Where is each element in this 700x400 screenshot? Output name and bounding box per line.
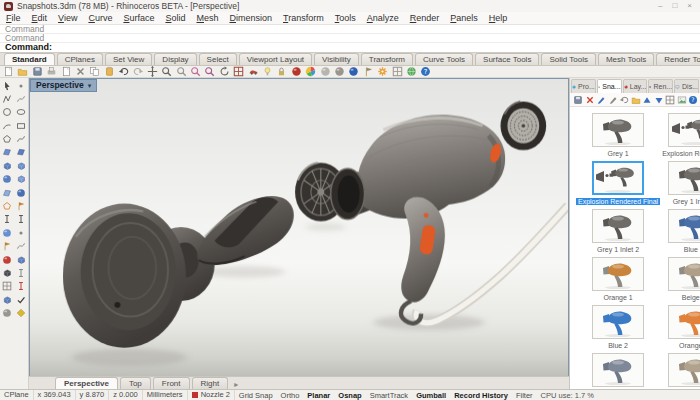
- rectangle-icon[interactable]: [16, 120, 27, 131]
- orient-icon[interactable]: [2, 241, 13, 252]
- zoom-selected-icon[interactable]: [190, 66, 201, 77]
- sphere-grey-icon[interactable]: [2, 308, 13, 319]
- toolbar-tab-cplanes[interactable]: CPlanes: [57, 53, 103, 65]
- toolbar-tab-transform[interactable]: Transform: [361, 53, 413, 65]
- menu-tools[interactable]: Tools: [335, 13, 356, 23]
- lamp-icon[interactable]: [262, 66, 273, 77]
- ellipse-icon[interactable]: [16, 107, 27, 118]
- toggle-gumball[interactable]: Gumball: [412, 391, 450, 400]
- menu-surface[interactable]: Surface: [123, 13, 154, 23]
- snapshot-thumbnail[interactable]: [592, 113, 644, 147]
- box2-icon[interactable]: [16, 160, 27, 171]
- snapshot-item-orange-1[interactable]: Orange 1: [576, 257, 660, 302]
- minimize-button[interactable]: –: [658, 1, 662, 11]
- extrude-icon[interactable]: [2, 214, 13, 225]
- pin-icon[interactable]: [2, 254, 13, 265]
- pan-icon[interactable]: [147, 66, 158, 77]
- menu-mesh[interactable]: Mesh: [196, 13, 218, 23]
- z-coordinate[interactable]: z 0.000: [109, 390, 143, 400]
- menu-panels[interactable]: Panels: [450, 13, 478, 23]
- snapshot-item-beige-1[interactable]: Beige 1: [662, 257, 700, 302]
- save-icon[interactable]: [32, 66, 43, 77]
- viewport-title-tab[interactable]: Perspective ▾: [30, 79, 97, 92]
- rotate-view-icon[interactable]: [219, 66, 230, 77]
- delete-icon[interactable]: [75, 66, 86, 77]
- tab-properties[interactable]: Pro...: [571, 79, 596, 93]
- part-inlet-grille[interactable]: [501, 101, 547, 150]
- redo-icon[interactable]: [133, 66, 144, 77]
- viewport-tab-right[interactable]: Right: [192, 377, 229, 389]
- prism-icon[interactable]: [2, 294, 13, 305]
- viewport-tab-perspective[interactable]: Perspective: [55, 377, 118, 389]
- toggle-filter[interactable]: Filter: [512, 391, 537, 400]
- paste-icon[interactable]: [104, 66, 115, 77]
- menu-curve[interactable]: Curve: [88, 13, 112, 23]
- command-prompt-input[interactable]: Command:: [0, 43, 700, 53]
- open-file-icon[interactable]: [17, 66, 28, 77]
- toolbar-tab-render-tools[interactable]: Render Tools: [656, 53, 700, 65]
- sphere-icon[interactable]: [2, 174, 13, 185]
- render-icon[interactable]: [291, 66, 302, 77]
- toggle-planar[interactable]: Planar: [303, 391, 334, 400]
- grid-icon[interactable]: [2, 281, 13, 292]
- pillow-icon[interactable]: [2, 187, 13, 198]
- toggle-record-history[interactable]: Record History: [450, 391, 512, 400]
- cplane-selector[interactable]: CPlane: [0, 390, 34, 400]
- x-coordinate[interactable]: x 369.043: [34, 390, 76, 400]
- pointer-icon[interactable]: [2, 80, 13, 91]
- y-coordinate[interactable]: y 8.870: [76, 390, 110, 400]
- menu-view[interactable]: View: [58, 13, 77, 23]
- snapshot-thumbnail[interactable]: [592, 257, 644, 291]
- extrude2-icon[interactable]: [16, 214, 27, 225]
- cage-icon[interactable]: [16, 254, 27, 265]
- snapshot-item-grey-1[interactable]: Grey 1: [576, 113, 660, 158]
- close-button[interactable]: ×: [687, 1, 692, 11]
- tab-snapshots[interactable]: Sna...: [597, 79, 622, 93]
- snapshot-item-grey-1-inlet-2[interactable]: Grey 1 Inlet 2: [576, 209, 660, 254]
- boolean-union-icon[interactable]: [2, 201, 13, 212]
- ghosted-mode-icon[interactable]: [334, 66, 345, 77]
- points-on-icon[interactable]: [16, 227, 27, 238]
- snapshot-item-grey-1-inlet-1[interactable]: Grey 1 Inlet 1: [662, 161, 700, 206]
- axis-icon[interactable]: [16, 281, 27, 292]
- save-snapshot-icon[interactable]: [573, 95, 583, 105]
- menu-dimension[interactable]: Dimension: [230, 13, 273, 23]
- snapshot-thumbnail[interactable]: [668, 353, 700, 387]
- menu-edit[interactable]: Edit: [32, 13, 48, 23]
- check-icon[interactable]: [16, 294, 27, 305]
- viewport-tab-top[interactable]: Top: [120, 377, 151, 389]
- hide-objects-icon[interactable]: [248, 66, 259, 77]
- zoom-icon[interactable]: [161, 66, 172, 77]
- solid-icon[interactable]: [16, 174, 27, 185]
- four-viewports-icon[interactable]: [233, 66, 244, 77]
- thumbnail-view-icon[interactable]: [665, 95, 675, 105]
- point-icon[interactable]: [16, 80, 27, 91]
- toggle-osnap[interactable]: Osnap: [334, 391, 365, 400]
- rename-snapshot-icon[interactable]: [608, 95, 618, 105]
- toolbar-tab-surface-tools[interactable]: Surface Tools: [475, 53, 539, 65]
- snapshot-item[interactable]: [576, 353, 660, 389]
- tab-rendering[interactable]: Ren...: [648, 79, 673, 93]
- color-wheel-icon[interactable]: [305, 66, 316, 77]
- snapshot-thumbnail[interactable]: [668, 209, 700, 243]
- snapshot-thumbnail[interactable]: [592, 305, 644, 339]
- panel-help-icon[interactable]: ?: [688, 95, 698, 105]
- diamond-icon[interactable]: [16, 308, 27, 319]
- move-up-icon[interactable]: [642, 95, 652, 105]
- lock-icon[interactable]: [276, 66, 287, 77]
- toolbar-tab-viewport-layout[interactable]: Viewport Layout: [239, 53, 312, 65]
- linked-views-icon[interactable]: [392, 66, 403, 77]
- blend-icon[interactable]: [2, 227, 13, 238]
- polyline-icon[interactable]: [2, 93, 13, 104]
- boolean-split-icon[interactable]: [16, 201, 27, 212]
- toggle-grid-snap[interactable]: Grid Snap: [235, 391, 277, 400]
- options-gear-icon[interactable]: [377, 66, 388, 77]
- viewport-tab-overflow-icon[interactable]: ▸: [230, 380, 242, 389]
- snapshot-thumbnail[interactable]: [668, 161, 700, 195]
- box-icon[interactable]: [2, 160, 13, 171]
- snapshot-item-explosion-rendered-final[interactable]: Explosion Rendered Final: [576, 161, 660, 206]
- import-snapshot-icon[interactable]: [631, 95, 641, 105]
- edit-page-icon[interactable]: [61, 66, 72, 77]
- zoom-window-icon[interactable]: [176, 66, 187, 77]
- snapshot-thumbnail[interactable]: [592, 209, 644, 243]
